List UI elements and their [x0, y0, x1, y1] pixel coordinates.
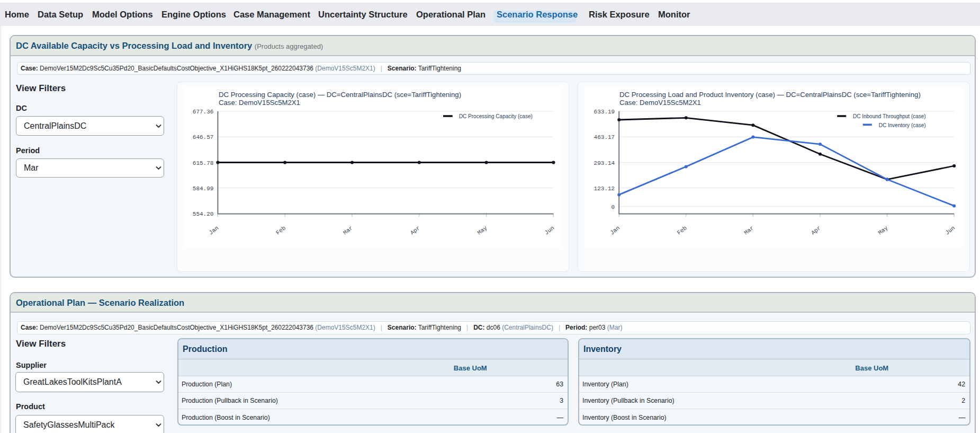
svg-text:DC Inventory (case): DC Inventory (case)	[879, 122, 926, 128]
svg-text:554.20: 554.20	[193, 211, 214, 217]
svg-text:Apr: Apr	[409, 225, 421, 236]
svg-text:DC Inbound Throughput (case): DC Inbound Throughput (case)	[853, 113, 926, 119]
svg-text:Case: DemoV15Sc5M2X1: Case: DemoV15Sc5M2X1	[219, 99, 300, 107]
svg-text:DC Processing Load and Product: DC Processing Load and Product Inventory…	[619, 91, 921, 99]
svg-text:Jun: Jun	[543, 225, 555, 236]
svg-text:Mar: Mar	[342, 225, 354, 236]
svg-text:Case: DemoV15Sc5M2X1: Case: DemoV15Sc5M2X1	[619, 99, 701, 107]
svg-text:Mar: Mar	[743, 225, 755, 236]
svg-text:May: May	[476, 225, 488, 236]
svg-text:677.36: 677.36	[193, 109, 214, 115]
svg-text:Feb: Feb	[676, 225, 688, 236]
svg-text:Jun: Jun	[944, 225, 956, 236]
svg-text:633.19: 633.19	[594, 109, 615, 115]
svg-text:293.14: 293.14	[594, 160, 615, 166]
svg-text:Jan: Jan	[208, 225, 220, 236]
svg-text:615.78: 615.78	[193, 160, 214, 166]
svg-text:0: 0	[612, 204, 615, 210]
svg-text:Jan: Jan	[609, 225, 621, 236]
svg-text:May: May	[877, 225, 889, 236]
svg-text:DC Processing Capacity (case): DC Processing Capacity (case) — DC=Centr…	[219, 91, 461, 99]
svg-text:Apr: Apr	[810, 225, 822, 236]
svg-text:463.17: 463.17	[594, 134, 615, 140]
svg-text:123.12: 123.12	[594, 185, 615, 192]
svg-text:Feb: Feb	[275, 225, 287, 236]
svg-text:584.99: 584.99	[193, 185, 214, 192]
svg-text:DC Processing Capacity (case): DC Processing Capacity (case)	[459, 113, 533, 119]
svg-text:646.57: 646.57	[193, 134, 214, 140]
